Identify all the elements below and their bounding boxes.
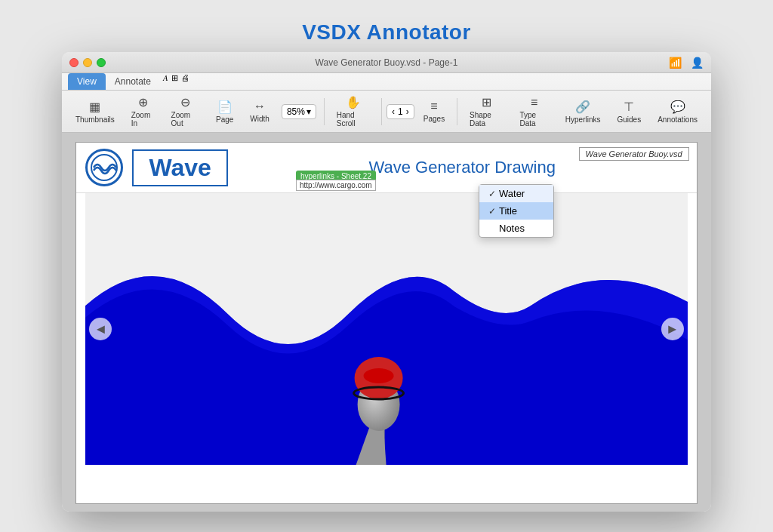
toolbar-hand-scroll[interactable]: ✋ Hand Scroll bbox=[329, 94, 377, 129]
thumbnails-icon: ▦ bbox=[89, 100, 100, 114]
svg-point-7 bbox=[364, 368, 394, 383]
main-window: Wave Generator Buoy.vsd - Page-1 📶 👤 Vie… bbox=[62, 52, 711, 512]
zoom-out-label: Zoom Out bbox=[171, 111, 199, 128]
page-icon: 📄 bbox=[217, 100, 233, 114]
separator-2 bbox=[381, 98, 382, 125]
next-page-icon[interactable]: › bbox=[406, 106, 409, 117]
toolbar-annotations[interactable]: 💬 Annotations bbox=[650, 98, 705, 125]
user-icon: 👤 bbox=[691, 57, 704, 69]
toolbar-type-data[interactable]: ≡ Type Data bbox=[512, 94, 556, 129]
dropdown-notes[interactable]: ✓ Notes bbox=[479, 220, 553, 237]
wave-logo bbox=[85, 149, 123, 186]
toolbar-thumbnails[interactable]: ▦ Thumbnails bbox=[68, 98, 122, 125]
zoom-out-icon: ⊖ bbox=[180, 95, 190, 109]
file-label: Wave Generator Buoy.vsd bbox=[579, 147, 689, 161]
maximize-button[interactable] bbox=[97, 58, 106, 67]
toolbar-tabs: View Annotate 𝐴 ⊞ 🖨 bbox=[62, 73, 711, 91]
title-bar: Wave Generator Buoy.vsd - Page-1 📶 👤 bbox=[62, 52, 711, 73]
dropdown-water-label: Water bbox=[499, 188, 525, 199]
thumbnails-label: Thumbnails bbox=[75, 115, 115, 124]
nav-arrow-right[interactable]: ► bbox=[661, 318, 684, 340]
traffic-lights bbox=[69, 58, 106, 67]
toolbar-hyperlinks[interactable]: 🔗 Hyperlinks bbox=[558, 98, 608, 125]
window-title: Wave Generator Buoy.vsd - Page-1 bbox=[316, 57, 458, 68]
wave-title-text: Wave bbox=[149, 154, 211, 182]
page-label: Page bbox=[216, 115, 233, 124]
close-button[interactable] bbox=[69, 58, 79, 67]
annotations-label: Annotations bbox=[658, 115, 698, 124]
hand-scroll-label: Hand Scroll bbox=[337, 111, 370, 128]
toolbar-zoom-out[interactable]: ⊖ Zoom Out bbox=[164, 94, 207, 129]
type-data-label: Type Data bbox=[519, 111, 548, 128]
pages-label: Pages bbox=[423, 115, 445, 123]
prev-page-icon[interactable]: ‹ bbox=[392, 106, 395, 117]
canvas-area: ✓ Water ✓ Title ✓ Notes hyperlinks - She… bbox=[62, 133, 711, 512]
hyperlinks-label: Hyperlinks bbox=[565, 115, 601, 124]
app-title: VSDX Annotator bbox=[302, 20, 471, 45]
guides-label: Guides bbox=[617, 115, 641, 124]
dropdown-notes-label: Notes bbox=[499, 223, 525, 234]
toolbar-page[interactable]: 📄 Page bbox=[208, 98, 241, 125]
toolbar-pages[interactable]: ≡ Pages bbox=[416, 98, 452, 125]
dropdown-menu: ✓ Water ✓ Title ✓ Notes bbox=[479, 184, 554, 238]
wave-illustration: ◄ ► bbox=[85, 193, 687, 465]
toolbar: View Annotate 𝐴 ⊞ 🖨 ▦ Thumbnails ⊕ Zoom … bbox=[62, 73, 711, 133]
hyperlinks-icon: 🔗 bbox=[575, 100, 590, 114]
current-page: 1 bbox=[398, 106, 403, 117]
width-icon: ↔ bbox=[254, 100, 266, 113]
annotations-icon: 💬 bbox=[670, 100, 685, 114]
doc-header: Wave Wave Generator Drawing Wave Generat… bbox=[76, 143, 696, 193]
toolbar-guides[interactable]: ⊤ Guides bbox=[609, 98, 648, 125]
wave-logo-svg bbox=[91, 154, 118, 181]
page-nav: ‹ 1 › bbox=[386, 104, 414, 119]
hyperlink-url: http://www.cargo.com bbox=[296, 180, 376, 191]
guides-icon: ⊤ bbox=[624, 100, 634, 114]
zoom-control[interactable]: 85% ▾ bbox=[282, 104, 316, 119]
title-bar-controls: 📶 👤 bbox=[669, 57, 704, 69]
type-data-icon: ≡ bbox=[531, 96, 537, 109]
toolbar-actions: ▦ Thumbnails ⊕ Zoom In ⊖ Zoom Out 📄 Page… bbox=[62, 91, 711, 132]
dropdown-title-label: Title bbox=[499, 205, 517, 217]
width-label: Width bbox=[250, 115, 269, 123]
toolbar-shape-data[interactable]: ⊞ Shape Data bbox=[462, 94, 510, 129]
wave-scene-svg bbox=[85, 193, 687, 465]
toolbar-zoom-in[interactable]: ⊕ Zoom In bbox=[124, 94, 162, 129]
water-check: ✓ bbox=[488, 189, 496, 199]
separator-1 bbox=[324, 98, 325, 125]
zoom-value: 85% bbox=[287, 106, 305, 117]
dropdown-title[interactable]: ✓ Title bbox=[479, 202, 553, 220]
dropdown-water[interactable]: ✓ Water bbox=[479, 185, 553, 202]
wifi-icon: 📶 bbox=[669, 57, 682, 69]
title-check: ✓ bbox=[488, 206, 496, 217]
hand-scroll-icon: ✋ bbox=[346, 95, 361, 109]
zoom-in-label: Zoom In bbox=[131, 111, 155, 128]
shape-data-icon: ⊞ bbox=[482, 95, 491, 109]
zoom-dropdown-icon: ▾ bbox=[306, 106, 311, 117]
tab-view[interactable]: View bbox=[68, 73, 106, 90]
pages-icon: ≡ bbox=[430, 100, 437, 113]
wave-title-box: Wave bbox=[132, 149, 227, 186]
separator-3 bbox=[457, 98, 457, 125]
tab-icon-3: 🖨 bbox=[181, 73, 189, 90]
tab-icon-2: ⊞ bbox=[171, 73, 178, 90]
tab-annotate[interactable]: Annotate bbox=[106, 73, 160, 90]
nav-arrow-left[interactable]: ◄ bbox=[89, 318, 112, 340]
minimize-button[interactable] bbox=[83, 58, 92, 67]
document-canvas: Wave Wave Generator Drawing Wave Generat… bbox=[75, 142, 697, 504]
shape-data-label: Shape Data bbox=[470, 111, 503, 128]
toolbar-width[interactable]: ↔ Width bbox=[242, 98, 277, 125]
zoom-in-icon: ⊕ bbox=[138, 95, 148, 109]
tab-icon-1: 𝐴 bbox=[163, 73, 168, 90]
